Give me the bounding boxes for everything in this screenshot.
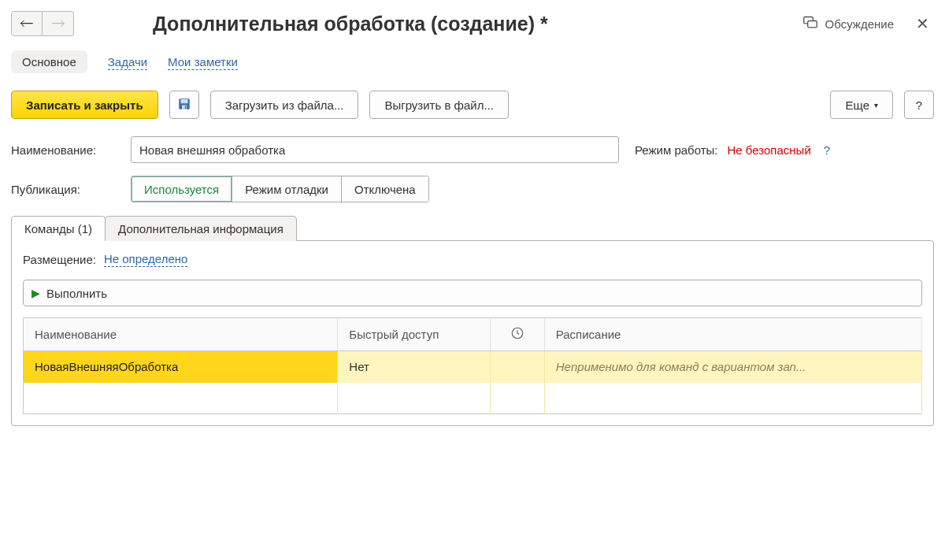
- nav-back-button[interactable]: 🡐: [11, 11, 43, 36]
- discussion-label: Обсуждение: [825, 17, 894, 31]
- col-name[interactable]: Наименование: [24, 318, 338, 351]
- subtab-commands[interactable]: Команды (1): [11, 216, 106, 241]
- help-button[interactable]: ?: [904, 91, 934, 119]
- discussion-button[interactable]: Обсуждение: [802, 15, 894, 33]
- more-button[interactable]: Еще ▾: [830, 91, 893, 119]
- mode-value: Не безопасный: [728, 143, 811, 157]
- mode-label: Режим работы:: [635, 143, 718, 157]
- run-button[interactable]: ▶ Выполнить: [23, 280, 922, 306]
- close-button[interactable]: ✕: [911, 14, 934, 33]
- placement-link[interactable]: Не определено: [104, 252, 187, 267]
- col-quick-access[interactable]: Быстрый доступ: [338, 318, 491, 351]
- publication-option-off[interactable]: Отключена: [342, 176, 428, 202]
- save-button[interactable]: [169, 91, 199, 119]
- publication-label: Публикация:: [11, 183, 121, 196]
- mode-help-link[interactable]: ?: [824, 143, 830, 157]
- cell-schedule-flag[interactable]: [491, 351, 544, 383]
- arrow-right-icon: 🡒: [51, 16, 65, 32]
- page-title: Дополнительная обработка (создание) *: [153, 13, 548, 35]
- chat-icon: [802, 15, 819, 33]
- svg-rect-1: [807, 20, 817, 27]
- more-label: Еще: [845, 98, 869, 112]
- nav-forward-button[interactable]: 🡒: [43, 11, 74, 36]
- name-input[interactable]: [131, 136, 619, 163]
- run-label: Выполнить: [46, 287, 107, 300]
- placement-label: Размещение:: [23, 253, 96, 266]
- tab-tasks[interactable]: Задачи: [108, 55, 147, 70]
- commands-table: Наименование Быстрый доступ Расписание Н…: [23, 317, 922, 414]
- table-row[interactable]: НоваяВнешняяОбработка Нет Неприменимо дл…: [24, 351, 922, 383]
- tab-notes[interactable]: Мои заметки: [168, 55, 238, 70]
- play-icon: ▶: [32, 287, 40, 299]
- publication-option-debug[interactable]: Режим отладки: [232, 176, 342, 202]
- svg-rect-5: [184, 106, 186, 109]
- clock-icon: [510, 329, 524, 343]
- commands-panel: Размещение: Не определено ▶ Выполнить На…: [11, 240, 934, 426]
- floppy-icon: [177, 97, 191, 113]
- table-empty-area: [24, 383, 922, 414]
- load-from-file-button[interactable]: Загрузить из файла...: [210, 91, 359, 119]
- publication-segment: Используется Режим отладки Отключена: [131, 176, 429, 202]
- cell-name[interactable]: НоваяВнешняяОбработка: [24, 351, 338, 383]
- export-to-file-button[interactable]: Выгрузить в файл...: [369, 91, 509, 119]
- close-icon: ✕: [916, 15, 929, 32]
- svg-rect-3: [180, 99, 187, 103]
- cell-schedule[interactable]: Неприменимо для команд с вариантом зап..…: [544, 351, 921, 383]
- col-schedule-icon[interactable]: [491, 318, 544, 351]
- arrow-left-icon: 🡐: [20, 16, 34, 32]
- col-schedule[interactable]: Расписание: [544, 318, 921, 351]
- chevron-down-icon: ▾: [874, 101, 878, 109]
- tab-main[interactable]: Основное: [11, 50, 87, 73]
- cell-quick-access[interactable]: Нет: [338, 351, 491, 383]
- publication-option-used[interactable]: Используется: [132, 176, 232, 202]
- name-label: Наименование:: [11, 143, 121, 157]
- subtab-additional-info[interactable]: Дополнительная информация: [105, 216, 297, 241]
- save-and-close-button[interactable]: Записать и закрыть: [11, 91, 158, 119]
